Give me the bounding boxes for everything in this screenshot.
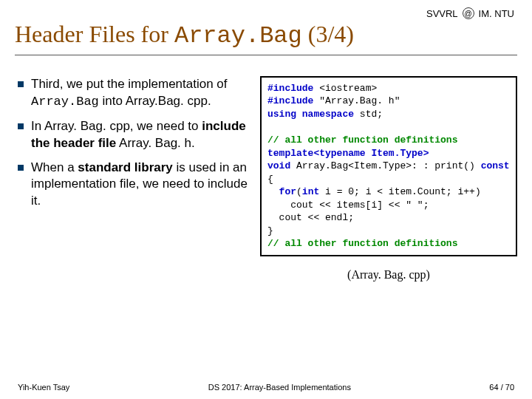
- code-text: {: [267, 174, 273, 185]
- footer-course: DS 2017: Array-Based Implementations: [208, 383, 351, 392]
- footer-page: 64 / 70: [489, 383, 514, 392]
- list-item: Third, we put the implementation of Arra…: [15, 76, 251, 111]
- bullet-bold: standard library: [78, 160, 173, 174]
- page-title: Header Files for Array.Bag (3/4): [15, 21, 517, 50]
- code-kw: using namespace: [267, 109, 360, 120]
- code-kw: int: [302, 186, 325, 197]
- code-text: i = 0; i < item.Count; i++): [325, 186, 481, 197]
- top-bar: SVVRL @ IM. NTU: [15, 7, 517, 19]
- content-row: Third, we put the implementation of Arra…: [15, 76, 517, 383]
- bullet-text: Array. Bag. h.: [116, 136, 194, 150]
- bullet-column: Third, we put the implementation of Arra…: [15, 76, 251, 383]
- code-kw: const: [481, 160, 510, 171]
- bullet-code: Array.Bag: [31, 95, 99, 109]
- code-box: #include <iostream> #include "Array.Bag.…: [260, 76, 517, 256]
- footer: Yih-Kuen Tsay DS 2017: Array-Based Imple…: [15, 383, 517, 393]
- code-comment: // all other function definitions: [267, 238, 457, 249]
- code-text: cout << items[i] << " ";: [267, 200, 429, 211]
- code-kw: void: [267, 160, 296, 171]
- title-suffix: (3/4): [302, 21, 354, 47]
- dept-label: IM. NTU: [479, 8, 514, 19]
- org-label: SVVRL: [426, 8, 458, 19]
- code-kw: for: [267, 186, 296, 197]
- code-text: (: [296, 186, 302, 197]
- title-prefix: Header Files for: [15, 21, 174, 47]
- code-text: }: [267, 225, 273, 236]
- code-kw: #include: [267, 95, 319, 106]
- code-caption: (Array. Bag. cpp): [347, 268, 430, 282]
- code-kw: #include: [267, 83, 319, 94]
- bullet-text: When a: [31, 160, 78, 174]
- code-text: Array.Bag<Item.Type>: : print(): [296, 160, 481, 171]
- code-text: cout << endl;: [267, 212, 354, 223]
- bullet-text: into Array.Bag. cpp.: [99, 94, 211, 108]
- slide: SVVRL @ IM. NTU Header Files for Array.B…: [0, 0, 532, 399]
- bullet-list: Third, we put the implementation of Arra…: [15, 76, 251, 211]
- code-text: <iostream>: [319, 83, 377, 94]
- code-comment: // all other function definitions: [267, 134, 457, 146]
- title-code: Array.Bag: [174, 22, 302, 50]
- code-column: #include <iostream> #include "Array.Bag.…: [260, 76, 517, 383]
- bullet-text: In Array. Bag. cpp, we need to: [31, 119, 202, 133]
- footer-author: Yih-Kuen Tsay: [18, 383, 69, 392]
- code-text: "Array.Bag. h": [319, 95, 400, 106]
- list-item: When a standard library is used in an im…: [15, 160, 251, 211]
- bullet-text: Third, we put the implementation of: [31, 77, 228, 91]
- code-text: std;: [360, 109, 383, 120]
- at-icon: @: [463, 7, 474, 19]
- title-divider: [15, 55, 517, 55]
- code-kw: template<typename Item.Type>: [267, 148, 429, 159]
- list-item: In Array. Bag. cpp, we need to include t…: [15, 118, 251, 152]
